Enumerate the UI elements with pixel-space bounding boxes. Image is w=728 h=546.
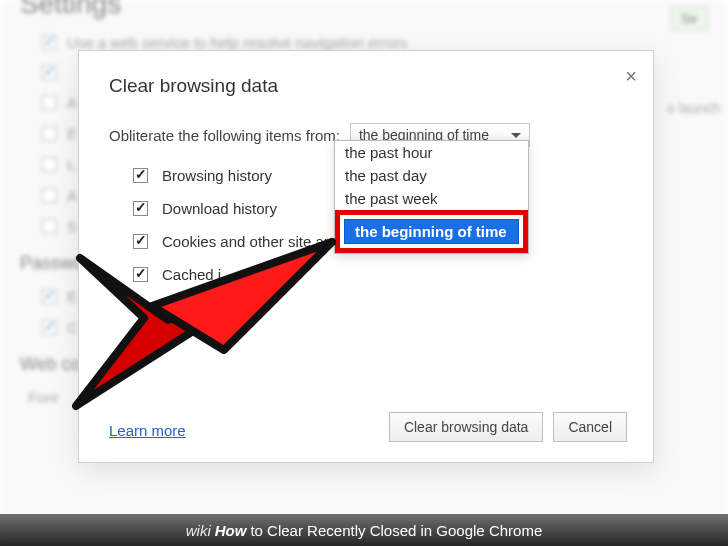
dropdown-option-past-hour[interactable]: the past hour	[335, 141, 528, 164]
settings-heading: Settings	[20, 0, 728, 20]
clear-browsing-data-dialog: × Clear browsing data Obliterate the fol…	[78, 50, 654, 463]
search-button: Se	[670, 6, 708, 31]
option-label: Cached i	[162, 266, 221, 283]
checkbox-icon[interactable]	[133, 168, 148, 183]
dropdown-option-past-week[interactable]: the past week	[335, 187, 528, 210]
caption-bar: wikiHow to Clear Recently Closed in Goog…	[0, 514, 728, 546]
dialog-title: Clear browsing data	[109, 75, 623, 97]
obliterate-prompt: Obliterate the following items from:	[109, 127, 340, 144]
cancel-button[interactable]: Cancel	[553, 412, 627, 442]
checkbox-icon[interactable]	[133, 201, 148, 216]
launch-fragment: o launch	[667, 100, 720, 116]
checkbox-icon[interactable]	[161, 300, 176, 315]
checkbox-icon[interactable]	[133, 267, 148, 282]
option-label: Download history	[162, 200, 277, 217]
clear-browsing-data-button[interactable]: Clear browsing data	[389, 412, 544, 442]
dropdown-option-past-day[interactable]: the past day	[335, 164, 528, 187]
option-label: Au	[190, 299, 208, 316]
caption-how: How	[215, 522, 247, 539]
learn-more-link[interactable]: Learn more	[109, 422, 186, 439]
highlight-box: the beginning of time	[335, 210, 528, 253]
option-label: Browsing history	[162, 167, 272, 184]
option-cached[interactable]: Cached i	[133, 266, 623, 283]
time-range-dropdown[interactable]: the past hour the past day the past week…	[334, 140, 529, 254]
caption-title: to Clear Recently Closed in Google Chrom…	[250, 522, 542, 539]
option-label: Cookies and other site and p	[162, 233, 353, 250]
checkbox-icon[interactable]	[133, 234, 148, 249]
close-icon[interactable]: ×	[625, 65, 637, 88]
caption-wiki: wiki	[186, 522, 211, 539]
chevron-down-icon	[511, 133, 521, 138]
dropdown-option-beginning-of-time[interactable]: the beginning of time	[344, 219, 519, 244]
option-autofill[interactable]: Au	[161, 299, 623, 316]
